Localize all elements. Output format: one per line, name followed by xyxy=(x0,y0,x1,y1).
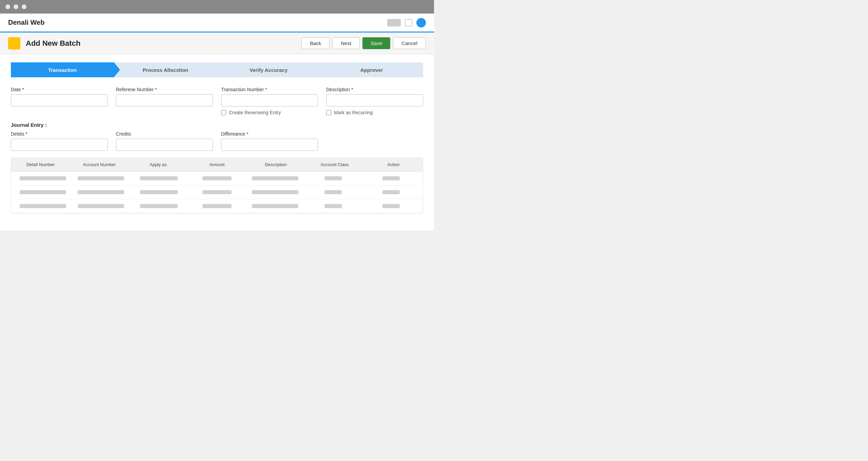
table-header: Detail Number Account Number Apply as Am… xyxy=(11,158,423,172)
create-reversing-entry-checkbox[interactable] xyxy=(221,110,226,115)
cell-desc-3 xyxy=(246,204,304,208)
back-button[interactable]: Back xyxy=(301,37,330,49)
description-group: Description * Mark as Recurring xyxy=(326,87,423,115)
step-transaction[interactable]: Transaction xyxy=(11,62,114,77)
user-avatar[interactable] xyxy=(416,18,426,27)
col-apply-as: Apply as xyxy=(129,158,188,171)
credits-label: Credits xyxy=(116,131,213,137)
app-bar: Denali Web xyxy=(0,14,434,33)
cell-amount-2 xyxy=(188,190,246,194)
cell-detail-3 xyxy=(14,204,72,208)
form-row-1: Date * Referene Number * Transaction Num… xyxy=(11,87,423,115)
cell-account-1 xyxy=(72,176,130,180)
date-group: Date * xyxy=(11,87,108,115)
journal-entry-title: Journal Entry : xyxy=(11,122,423,128)
cell-class-1 xyxy=(304,176,362,180)
mark-as-recurring-label: Mark as Recurring xyxy=(334,110,373,115)
transaction-number-label: Transaction Number * xyxy=(221,87,318,92)
col-description: Description xyxy=(246,158,305,171)
cell-detail-2 xyxy=(14,190,72,194)
form-row-2: Debits * Credits Differeance * xyxy=(11,131,423,151)
col-account-class: Account Class xyxy=(305,158,364,171)
cell-detail-1 xyxy=(14,176,72,180)
transaction-number-group: Transaction Number * Create Reverseing E… xyxy=(221,87,318,115)
transaction-number-input[interactable] xyxy=(221,94,318,106)
cell-apply-1 xyxy=(130,176,188,180)
cell-action-1 xyxy=(362,176,420,180)
reference-number-input[interactable] xyxy=(116,94,213,106)
traffic-light-1 xyxy=(5,4,10,9)
col-amount: Amount xyxy=(188,158,246,171)
table-body xyxy=(11,172,423,213)
cell-amount-3 xyxy=(188,204,246,208)
table-row xyxy=(11,172,423,185)
empty-group xyxy=(326,131,423,151)
toggle-square[interactable] xyxy=(405,19,412,26)
description-input[interactable] xyxy=(326,94,423,106)
difference-group: Differeance * xyxy=(221,131,318,151)
batch-icon xyxy=(8,37,20,49)
save-button[interactable]: Save xyxy=(362,37,390,49)
cell-class-3 xyxy=(304,204,362,208)
table-row xyxy=(11,185,423,199)
create-reversing-entry-label: Create Reverseing Entry xyxy=(229,110,281,115)
cell-desc-1 xyxy=(246,176,304,180)
app-bar-controls xyxy=(387,18,426,27)
page-actions: Back Next Save Cancel xyxy=(301,37,426,49)
col-account-number: Account Number xyxy=(70,158,129,171)
step-approver[interactable]: Approver xyxy=(320,62,423,77)
date-label: Date * xyxy=(11,87,108,92)
cancel-button[interactable]: Cancel xyxy=(393,37,426,49)
credits-input[interactable] xyxy=(116,139,213,151)
difference-label: Differeance * xyxy=(221,131,318,137)
col-detail-number: Detail Number xyxy=(11,158,70,171)
date-input[interactable] xyxy=(11,94,108,106)
debits-label: Debits * xyxy=(11,131,108,137)
page-header: Add New Batch Back Next Save Cancel xyxy=(0,33,434,54)
cell-account-3 xyxy=(72,204,130,208)
cell-class-2 xyxy=(304,190,362,194)
page-title: Add New Batch xyxy=(26,39,296,48)
reference-number-label: Referene Number * xyxy=(116,87,213,92)
next-button[interactable]: Next xyxy=(332,37,360,49)
reference-number-group: Referene Number * xyxy=(116,87,213,115)
traffic-light-2 xyxy=(14,4,18,9)
reversing-entry-row: Create Reverseing Entry xyxy=(221,110,318,115)
app-title: Denali Web xyxy=(8,19,387,26)
debits-input[interactable] xyxy=(11,139,108,151)
description-label: Description * xyxy=(326,87,423,92)
difference-input[interactable] xyxy=(221,139,318,151)
step-verify[interactable]: Verify Accuracy xyxy=(217,62,320,77)
toggle-rect[interactable] xyxy=(387,19,401,26)
cell-amount-1 xyxy=(188,176,246,180)
traffic-light-3 xyxy=(22,4,26,9)
debits-group: Debits * xyxy=(11,131,108,151)
cell-apply-2 xyxy=(130,190,188,194)
cell-action-2 xyxy=(362,190,420,194)
cell-account-2 xyxy=(72,190,130,194)
mark-as-recurring-checkbox[interactable] xyxy=(326,110,331,115)
cell-action-3 xyxy=(362,204,420,208)
table-row xyxy=(11,199,423,213)
credits-group: Credits xyxy=(116,131,213,151)
cell-desc-2 xyxy=(246,190,304,194)
step-process[interactable]: Process Allocstion xyxy=(114,62,217,77)
main-content: Transaction Process Allocstion Verify Ac… xyxy=(0,54,434,230)
stepper: Transaction Process Allocstion Verify Ac… xyxy=(11,62,423,77)
col-action: Action xyxy=(364,158,423,171)
journal-table: Detail Number Account Number Apply as Am… xyxy=(11,158,423,214)
cell-apply-3 xyxy=(130,204,188,208)
title-bar xyxy=(0,0,434,14)
recurring-row: Mark as Recurring xyxy=(326,110,423,115)
